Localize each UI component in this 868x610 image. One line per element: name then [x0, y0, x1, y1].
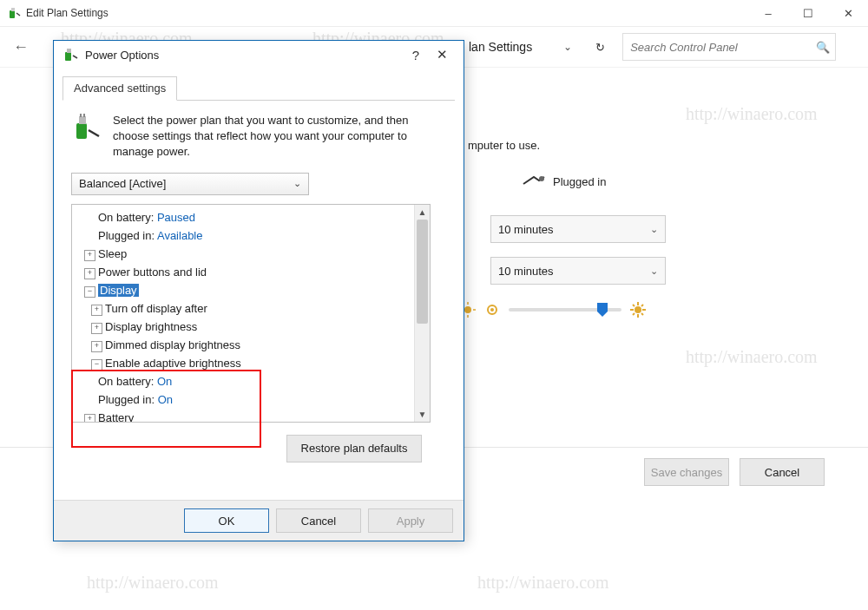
svg-line-15 — [633, 305, 635, 306]
tree-scrollbar[interactable]: ▲ ▼ — [414, 205, 430, 422]
tree-item-display[interactable]: −Display — [72, 281, 430, 299]
dialog-footer: OK Cancel Apply — [54, 500, 464, 541]
watermark: http://winaero.com — [87, 573, 219, 593]
svg-rect-0 — [10, 10, 15, 18]
bg-hint-text: mputer to use. — [468, 139, 540, 152]
battery-plug-icon — [62, 47, 78, 62]
tab-strip: Advanced settings — [62, 75, 455, 101]
app-icon — [7, 6, 21, 20]
power-options-dialog: Power Options ? ✕ Advanced settings Sele… — [53, 40, 464, 541]
chevron-down-icon: ⌄ — [650, 266, 658, 277]
refresh-button[interactable]: ↻ — [588, 35, 612, 59]
dialog-title: Power Options — [85, 49, 403, 62]
chevron-down-icon[interactable]: ⌄ — [563, 41, 572, 53]
turn-off-display-select[interactable]: 10 minutes ⌄ — [490, 215, 666, 243]
dialog-close-button[interactable]: ✕ — [429, 47, 455, 62]
search-input[interactable] — [628, 40, 816, 55]
tree-item-on-battery[interactable]: On battery: Paused — [72, 208, 430, 226]
svg-line-16 — [641, 313, 643, 315]
battery-plug-icon-large — [71, 113, 101, 161]
cancel-button[interactable]: Cancel — [276, 508, 361, 533]
intro-row: Select the power plan that you want to c… — [71, 113, 446, 161]
cancel-button[interactable]: Cancel — [740, 458, 825, 486]
back-button[interactable]: ← — [7, 38, 35, 56]
settings-tree[interactable]: On battery: Paused Plugged in: Available… — [71, 204, 431, 423]
window-titlebar: Edit Plan Settings – ☐ ✕ — [0, 0, 868, 27]
scroll-down-button[interactable]: ▼ — [415, 407, 430, 422]
svg-line-17 — [633, 313, 635, 315]
expand-icon[interactable]: + — [91, 305, 102, 316]
brightness-slider[interactable] — [509, 308, 621, 312]
tree-item-adaptive-plugged-in[interactable]: Plugged in: On — [72, 390, 430, 409]
ok-button[interactable]: OK — [184, 508, 269, 533]
tree-item-sleep[interactable]: +Sleep — [72, 245, 430, 263]
brightness-row — [460, 302, 646, 318]
tree-item-turn-off-display[interactable]: +Turn off display after — [72, 299, 430, 318]
expand-icon[interactable]: + — [91, 323, 102, 334]
watermark: http://winaero.com — [686, 104, 818, 124]
tree-item-power-buttons[interactable]: +Power buttons and lid — [72, 263, 430, 281]
select-value: 10 minutes — [498, 223, 554, 236]
svg-rect-19 — [65, 52, 71, 61]
tree-content: On battery: Paused Plugged in: Available… — [72, 205, 430, 423]
select-value: 10 minutes — [498, 265, 554, 278]
scroll-up-button[interactable]: ▲ — [415, 205, 430, 220]
restore-row: Restore plan defaults — [71, 435, 446, 462]
tree-item-battery[interactable]: +Battery — [72, 409, 430, 423]
watermark: http://winaero.com — [686, 347, 818, 367]
tree-item-dimmed-brightness[interactable]: +Dimmed display brightness — [72, 336, 430, 354]
svg-rect-24 — [83, 114, 85, 117]
svg-point-3 — [464, 306, 471, 313]
svg-rect-21 — [76, 123, 87, 139]
collapse-icon[interactable]: − — [84, 286, 95, 298]
help-button[interactable]: ? — [403, 48, 429, 62]
watermark: http://winaero.com — [477, 573, 609, 593]
value-link[interactable]: On — [158, 393, 173, 406]
tree-item-adaptive-brightness[interactable]: −Enable adaptive brightness — [72, 354, 430, 372]
plug-icon — [522, 174, 546, 190]
value-link[interactable]: Paused — [157, 211, 195, 224]
plugged-in-label: Plugged in — [553, 175, 606, 188]
sleep-select[interactable]: 10 minutes ⌄ — [490, 257, 666, 285]
svg-rect-22 — [79, 116, 86, 124]
plugged-in-column-header: Plugged in — [522, 174, 606, 190]
tab-advanced-settings[interactable]: Advanced settings — [62, 76, 177, 101]
chevron-down-icon: ⌄ — [293, 178, 301, 189]
svg-line-18 — [641, 305, 643, 306]
slider-thumb[interactable] — [595, 301, 609, 321]
window-title: Edit Plan Settings — [26, 7, 748, 19]
tree-item-selected-label: Display — [98, 284, 139, 297]
apply-button[interactable]: Apply — [368, 508, 453, 533]
svg-point-10 — [635, 306, 641, 313]
tree-item-display-brightness[interactable]: +Display brightness — [72, 318, 430, 336]
power-plan-select[interactable]: Balanced [Active] ⌄ — [71, 173, 309, 195]
search-box[interactable]: 🔍 — [622, 33, 836, 61]
value-link[interactable]: On — [157, 375, 172, 388]
dialog-body: Select the power plan that you want to c… — [54, 101, 464, 471]
expand-icon[interactable]: + — [91, 341, 102, 352]
svg-rect-20 — [67, 49, 71, 53]
intro-text: Select the power plan that you want to c… — [113, 113, 446, 161]
expand-icon[interactable]: + — [84, 414, 95, 423]
maximize-button[interactable]: ☐ — [788, 0, 828, 26]
scroll-thumb[interactable] — [417, 220, 428, 324]
save-changes-button[interactable]: Save changes — [644, 458, 729, 486]
svg-rect-1 — [11, 8, 15, 11]
expand-icon[interactable]: + — [84, 250, 95, 261]
sun-bright-icon — [630, 302, 646, 318]
tree-item-adaptive-on-battery[interactable]: On battery: On — [72, 372, 430, 390]
search-icon[interactable]: 🔍 — [816, 41, 830, 54]
close-button[interactable]: ✕ — [828, 0, 868, 26]
value-link[interactable]: Available — [157, 229, 203, 242]
expand-icon[interactable]: + — [84, 268, 95, 279]
svg-rect-23 — [80, 114, 82, 117]
select-value: Balanced [Active] — [79, 177, 166, 190]
dialog-titlebar: Power Options ? ✕ — [54, 41, 464, 69]
minimize-button[interactable]: – — [748, 0, 788, 26]
chevron-down-icon: ⌄ — [650, 224, 658, 235]
restore-plan-defaults-button[interactable]: Restore plan defaults — [286, 435, 422, 462]
collapse-icon[interactable]: − — [91, 359, 102, 371]
tree-item-plugged-in[interactable]: Plugged in: Available — [72, 226, 430, 245]
breadcrumb-fragment[interactable]: lan Settings — [469, 40, 532, 54]
svg-point-2 — [539, 176, 544, 181]
